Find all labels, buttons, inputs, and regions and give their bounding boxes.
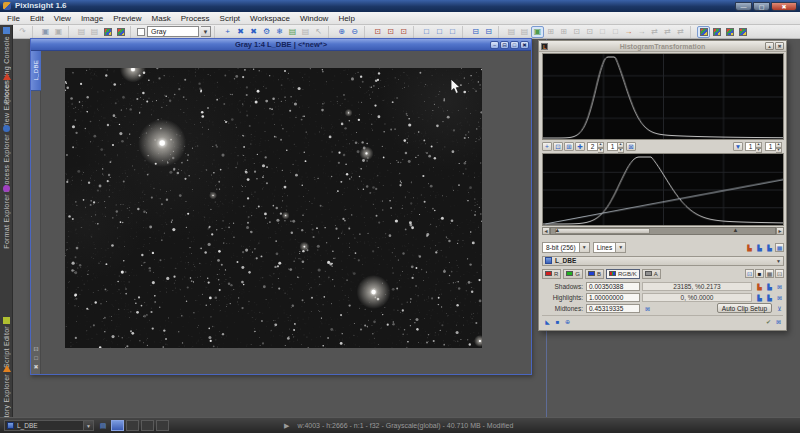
dock-tab-script-editor[interactable]: Script Editor — [0, 317, 13, 368]
zoom-integer-icon[interactable]: ⊡ — [397, 26, 410, 38]
channel-r-button[interactable]: R — [542, 269, 561, 279]
horizontal-zoom-spinner[interactable]: 2▲▼ — [587, 142, 604, 151]
histogram-titlebar[interactable]: L HistogramTransformation ▴✖ — [539, 41, 786, 52]
zoom-in-icon[interactable]: ⊕ — [335, 26, 348, 38]
workspace-3-button[interactable] — [141, 420, 154, 431]
maximize-button[interactable]: □ — [510, 41, 519, 49]
menu-process[interactable]: Process — [176, 13, 215, 24]
menu-script[interactable]: Script — [215, 13, 245, 24]
grid-snap-icon[interactable]: ⊞ — [557, 26, 570, 38]
highlights-clip-high-icon[interactable]: ▙ — [765, 293, 774, 302]
maximize-view-icon[interactable]: □ — [433, 26, 446, 38]
image-identifier-icon[interactable]: ▤ — [75, 26, 88, 38]
graph-zoom-h-spinner-arrows[interactable]: ▲▼ — [756, 142, 762, 151]
apply-button[interactable]: ■ — [553, 317, 562, 326]
channel-g-button[interactable]: G — [563, 269, 583, 279]
mode-checkbox-icon[interactable] — [137, 28, 145, 36]
target-view-selector[interactable]: L_DBE ▼ — [542, 256, 784, 266]
highlights-input[interactable]: 1.00000000 — [586, 293, 640, 302]
icc-profile-icon[interactable] — [736, 26, 749, 38]
shadows-input[interactable]: 0.00350388 — [586, 282, 640, 291]
close-button[interactable]: ✖ — [520, 41, 529, 49]
channel-rgbk-button[interactable]: RGB/K — [606, 269, 640, 279]
close-window-button[interactable]: ✖ — [771, 2, 797, 11]
auto-clip-setup-button[interactable]: Auto Clip Setup — [717, 303, 772, 313]
vertical-zoom-spinner-arrows[interactable]: ▲▼ — [618, 142, 624, 151]
iconize-button[interactable]: − — [490, 41, 499, 49]
menu-image[interactable]: Image — [76, 13, 108, 24]
image-description-icon[interactable]: ▤ — [88, 26, 101, 38]
color-management-icon[interactable] — [697, 26, 710, 38]
browse-views-icon[interactable]: ▤ — [505, 26, 518, 38]
show-raw-icon[interactable]: ⊡ — [745, 269, 754, 278]
folder-icon[interactable]: ▤ — [518, 26, 531, 38]
stf-icon[interactable] — [101, 26, 114, 38]
close-view-icon[interactable]: ✖ — [33, 364, 38, 370]
dock-tab-process-explorer[interactable]: Process Explorer — [0, 125, 13, 192]
menu-file[interactable]: File — [2, 13, 25, 24]
menu-view[interactable]: View — [49, 13, 76, 24]
link-zoom-icon[interactable]: ⇄ — [661, 26, 674, 38]
output-histogram-plot[interactable] — [542, 53, 784, 140]
copy-icon[interactable]: ⊡ — [570, 26, 583, 38]
midtones-reset-icon[interactable]: ⊠ — [643, 304, 652, 313]
minimize-window-button[interactable]: — — [735, 2, 752, 11]
dock-tab-view-explorer[interactable]: View Explorer — [0, 73, 13, 129]
shade-button[interactable]: ⊟ — [500, 41, 509, 49]
input-histogram-plot[interactable] — [542, 153, 784, 226]
menu-window[interactable]: Window — [295, 13, 333, 24]
menu-preview[interactable]: Preview — [108, 13, 146, 24]
graph-zoom-v-spinner-arrows[interactable]: ▲▼ — [776, 142, 782, 151]
menu-mask[interactable]: Mask — [147, 13, 176, 24]
graph-zoom-v-spinner[interactable]: 1▲▼ — [765, 142, 782, 151]
highlights-clip-low-icon[interactable]: ▙ — [755, 293, 764, 302]
new-image-icon[interactable]: ▣ — [39, 26, 52, 38]
show-processed-icon[interactable]: ■ — [755, 269, 764, 278]
workspace-4-button[interactable] — [156, 420, 169, 431]
scroll-track[interactable]: ▲▲ — [550, 227, 776, 235]
rejection-button[interactable]: ⊠ — [626, 142, 636, 151]
menu-edit[interactable]: Edit — [25, 13, 49, 24]
shadows-reset-icon[interactable]: ⊠ — [775, 282, 784, 291]
duplicate-image-icon[interactable]: ▣ — [52, 26, 65, 38]
fit-windows-icon[interactable]: ⚙ — [260, 26, 273, 38]
zoom-in-mode-button[interactable]: ⊡ — [553, 142, 563, 151]
display-palette-icon[interactable] — [114, 26, 127, 38]
shadows-slider-marker[interactable]: ▲ — [554, 227, 560, 233]
starfield-image[interactable] — [65, 68, 482, 348]
pointer-icon[interactable]: ↖ — [312, 26, 325, 38]
real-time-preview-button[interactable]: ⊕ — [563, 317, 572, 326]
view-info-icon[interactable]: ▤ — [97, 420, 109, 431]
expand-windows-icon[interactable]: ✖ — [234, 26, 247, 38]
show-mtf-icon[interactable]: ▦ — [765, 269, 774, 278]
scroll-left-icon[interactable]: ◄ — [542, 227, 550, 235]
grid-icon[interactable]: ⊞ — [544, 26, 557, 38]
dock-tab-format-explorer[interactable]: Format Explorer — [0, 185, 13, 249]
resolution-combo[interactable]: 8-bit (256) ▼ — [542, 242, 590, 253]
accept-button[interactable]: ✔ — [764, 317, 773, 326]
active-view-combo[interactable]: L_DBE ▼ — [4, 420, 94, 431]
redo-icon[interactable]: ↷ — [16, 26, 29, 38]
edit-mode-button[interactable]: + — [542, 142, 552, 151]
link-pan-icon[interactable]: ⇄ — [674, 26, 687, 38]
zoom-out-icon[interactable]: ⊖ — [348, 26, 361, 38]
zoom-to-fit-icon[interactable]: ⊡ — [384, 26, 397, 38]
histogram-scrollbar[interactable]: ◄▲▲► — [542, 226, 784, 235]
auto-zero-shadows-icon[interactable]: ⊻ — [775, 304, 784, 313]
tile-horizontal-icon[interactable]: ⊟ — [482, 26, 495, 38]
mode-combo[interactable]: Gray▼ — [137, 26, 211, 37]
go-back-icon[interactable]: → — [635, 26, 648, 38]
grid-toggle-icon[interactable]: ▦ — [775, 243, 784, 252]
link-views-icon[interactable]: ⇄ — [648, 26, 661, 38]
zoom-mode-icon[interactable]: □ — [34, 355, 38, 361]
window-list-icon[interactable]: □ — [596, 26, 609, 38]
image-window-titlebar[interactable]: Gray 1:4 L_DBE | <*new*> −⊟□✖ — [31, 39, 531, 51]
shadows-clip-high-icon[interactable]: ▙ — [765, 282, 774, 291]
new-instance-button[interactable]: ◣ — [543, 317, 552, 326]
proof-colors-icon[interactable] — [710, 26, 723, 38]
screen-lock-icon[interactable]: ▣ — [531, 26, 544, 38]
go-forward-icon[interactable]: → — [622, 26, 635, 38]
main-view-tab[interactable]: L_DBE — [31, 51, 41, 91]
shadows-clip-low-icon[interactable]: ▙ — [755, 282, 764, 291]
workspace-1-button[interactable] — [111, 420, 124, 431]
